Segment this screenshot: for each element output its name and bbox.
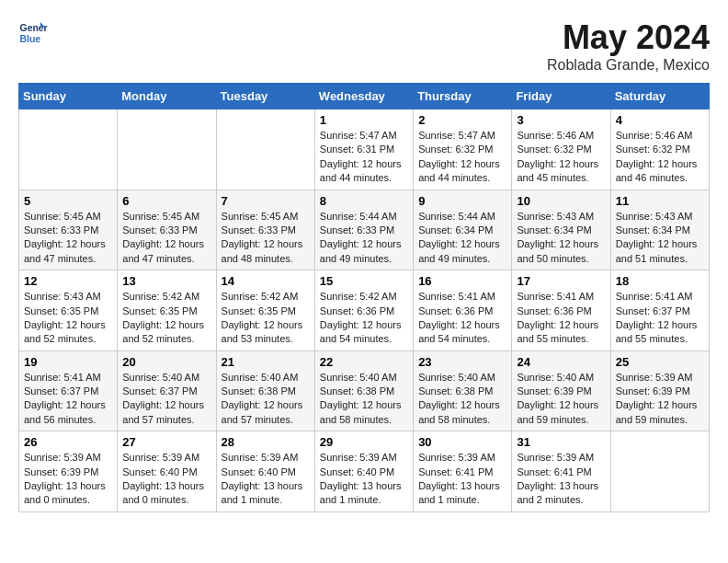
logo: General Blue <box>18 18 48 48</box>
day-of-week-header: Saturday <box>610 84 709 109</box>
day-info: Sunrise: 5:39 AM Sunset: 6:39 PM Dayligh… <box>24 451 112 508</box>
calendar-week-row: 12Sunrise: 5:43 AM Sunset: 6:35 PM Dayli… <box>19 270 710 351</box>
logo-icon: General Blue <box>18 18 48 48</box>
day-number: 10 <box>517 194 605 208</box>
day-number: 13 <box>122 274 210 288</box>
calendar-cell: 24Sunrise: 5:40 AM Sunset: 6:39 PM Dayli… <box>512 350 610 431</box>
calendar-week-row: 19Sunrise: 5:41 AM Sunset: 6:37 PM Dayli… <box>19 350 710 431</box>
calendar-cell: 17Sunrise: 5:41 AM Sunset: 6:36 PM Dayli… <box>512 270 610 351</box>
day-info: Sunrise: 5:39 AM Sunset: 6:40 PM Dayligh… <box>122 451 210 508</box>
calendar-week-row: 26Sunrise: 5:39 AM Sunset: 6:39 PM Dayli… <box>19 431 710 512</box>
day-number: 26 <box>24 435 112 449</box>
day-info: Sunrise: 5:39 AM Sunset: 6:39 PM Dayligh… <box>616 371 704 428</box>
day-info: Sunrise: 5:43 AM Sunset: 6:34 PM Dayligh… <box>616 210 704 267</box>
day-info: Sunrise: 5:43 AM Sunset: 6:35 PM Dayligh… <box>24 290 112 347</box>
day-info: Sunrise: 5:40 AM Sunset: 6:38 PM Dayligh… <box>222 371 310 428</box>
day-info: Sunrise: 5:44 AM Sunset: 6:34 PM Dayligh… <box>418 210 506 267</box>
day-info: Sunrise: 5:45 AM Sunset: 6:33 PM Dayligh… <box>24 210 112 267</box>
day-number: 15 <box>320 274 408 288</box>
day-of-week-header: Friday <box>512 84 610 109</box>
calendar-cell: 5Sunrise: 5:45 AM Sunset: 6:33 PM Daylig… <box>19 190 118 270</box>
calendar-cell: 16Sunrise: 5:41 AM Sunset: 6:36 PM Dayli… <box>414 270 512 351</box>
page-header: General Blue May 2024 Roblada Grande, Me… <box>18 18 710 74</box>
title-area: May 2024 Roblada Grande, Mexico <box>547 18 710 74</box>
day-number: 7 <box>222 194 310 208</box>
day-number: 20 <box>122 355 210 369</box>
day-info: Sunrise: 5:44 AM Sunset: 6:33 PM Dayligh… <box>320 210 408 267</box>
day-number: 27 <box>122 435 210 449</box>
calendar-cell <box>610 431 709 512</box>
calendar-cell: 4Sunrise: 5:46 AM Sunset: 6:32 PM Daylig… <box>610 109 709 190</box>
day-number: 31 <box>517 435 605 449</box>
day-number: 23 <box>418 355 506 369</box>
calendar-cell: 11Sunrise: 5:43 AM Sunset: 6:34 PM Dayli… <box>610 190 709 270</box>
day-number: 18 <box>616 274 704 288</box>
calendar-cell: 1Sunrise: 5:47 AM Sunset: 6:31 PM Daylig… <box>314 109 413 190</box>
day-number: 3 <box>517 113 605 127</box>
day-info: Sunrise: 5:42 AM Sunset: 6:35 PM Dayligh… <box>122 290 210 347</box>
location: Roblada Grande, Mexico <box>547 57 710 74</box>
calendar-table: SundayMondayTuesdayWednesdayThursdayFrid… <box>18 83 710 512</box>
day-number: 19 <box>24 355 112 369</box>
day-info: Sunrise: 5:43 AM Sunset: 6:34 PM Dayligh… <box>517 210 605 267</box>
calendar-cell: 12Sunrise: 5:43 AM Sunset: 6:35 PM Dayli… <box>19 270 118 351</box>
calendar-cell: 15Sunrise: 5:42 AM Sunset: 6:36 PM Dayli… <box>314 270 413 351</box>
day-number: 4 <box>616 113 704 127</box>
day-number: 9 <box>418 194 506 208</box>
calendar-cell: 30Sunrise: 5:39 AM Sunset: 6:41 PM Dayli… <box>414 431 512 512</box>
day-number: 14 <box>222 274 310 288</box>
day-number: 6 <box>122 194 210 208</box>
day-number: 25 <box>616 355 704 369</box>
calendar-cell: 27Sunrise: 5:39 AM Sunset: 6:40 PM Dayli… <box>118 431 216 512</box>
calendar-cell: 13Sunrise: 5:42 AM Sunset: 6:35 PM Dayli… <box>118 270 216 351</box>
day-info: Sunrise: 5:46 AM Sunset: 6:32 PM Dayligh… <box>616 129 704 186</box>
day-number: 16 <box>418 274 506 288</box>
day-info: Sunrise: 5:39 AM Sunset: 6:40 PM Dayligh… <box>222 451 310 508</box>
calendar-cell: 21Sunrise: 5:40 AM Sunset: 6:38 PM Dayli… <box>216 350 314 431</box>
calendar-cell: 31Sunrise: 5:39 AM Sunset: 6:41 PM Dayli… <box>512 431 610 512</box>
day-number: 28 <box>222 435 310 449</box>
day-info: Sunrise: 5:42 AM Sunset: 6:36 PM Dayligh… <box>320 290 408 347</box>
calendar-cell: 22Sunrise: 5:40 AM Sunset: 6:38 PM Dayli… <box>314 350 413 431</box>
day-info: Sunrise: 5:42 AM Sunset: 6:35 PM Dayligh… <box>222 290 310 347</box>
calendar-cell: 26Sunrise: 5:39 AM Sunset: 6:39 PM Dayli… <box>19 431 118 512</box>
calendar-cell: 9Sunrise: 5:44 AM Sunset: 6:34 PM Daylig… <box>414 190 512 270</box>
day-number: 1 <box>320 113 408 127</box>
calendar-cell: 8Sunrise: 5:44 AM Sunset: 6:33 PM Daylig… <box>314 190 413 270</box>
calendar-cell: 25Sunrise: 5:39 AM Sunset: 6:39 PM Dayli… <box>610 350 709 431</box>
calendar-cell: 29Sunrise: 5:39 AM Sunset: 6:40 PM Dayli… <box>314 431 413 512</box>
day-info: Sunrise: 5:41 AM Sunset: 6:37 PM Dayligh… <box>24 371 112 428</box>
day-info: Sunrise: 5:39 AM Sunset: 6:40 PM Dayligh… <box>320 451 408 508</box>
svg-text:General: General <box>20 23 48 33</box>
calendar-cell: 3Sunrise: 5:46 AM Sunset: 6:32 PM Daylig… <box>512 109 610 190</box>
calendar-cell: 19Sunrise: 5:41 AM Sunset: 6:37 PM Dayli… <box>19 350 118 431</box>
day-number: 22 <box>320 355 408 369</box>
calendar-cell: 28Sunrise: 5:39 AM Sunset: 6:40 PM Dayli… <box>216 431 314 512</box>
month-title: May 2024 <box>547 18 710 57</box>
day-info: Sunrise: 5:41 AM Sunset: 6:37 PM Dayligh… <box>616 290 704 347</box>
calendar-cell: 18Sunrise: 5:41 AM Sunset: 6:37 PM Dayli… <box>610 270 709 351</box>
day-info: Sunrise: 5:45 AM Sunset: 6:33 PM Dayligh… <box>122 210 210 267</box>
calendar-cell: 20Sunrise: 5:40 AM Sunset: 6:37 PM Dayli… <box>118 350 216 431</box>
calendar-cell: 7Sunrise: 5:45 AM Sunset: 6:33 PM Daylig… <box>216 190 314 270</box>
day-info: Sunrise: 5:45 AM Sunset: 6:33 PM Dayligh… <box>222 210 310 267</box>
day-number: 30 <box>418 435 506 449</box>
day-info: Sunrise: 5:40 AM Sunset: 6:39 PM Dayligh… <box>517 371 605 428</box>
calendar-cell <box>19 109 118 190</box>
calendar-cell <box>216 109 314 190</box>
calendar-cell: 23Sunrise: 5:40 AM Sunset: 6:38 PM Dayli… <box>414 350 512 431</box>
calendar-week-row: 5Sunrise: 5:45 AM Sunset: 6:33 PM Daylig… <box>19 190 710 270</box>
day-info: Sunrise: 5:41 AM Sunset: 6:36 PM Dayligh… <box>418 290 506 347</box>
day-number: 17 <box>517 274 605 288</box>
day-info: Sunrise: 5:40 AM Sunset: 6:38 PM Dayligh… <box>320 371 408 428</box>
day-number: 12 <box>24 274 112 288</box>
calendar-cell <box>118 109 216 190</box>
day-of-week-header: Thursday <box>414 84 512 109</box>
calendar-cell: 14Sunrise: 5:42 AM Sunset: 6:35 PM Dayli… <box>216 270 314 351</box>
calendar-cell: 6Sunrise: 5:45 AM Sunset: 6:33 PM Daylig… <box>118 190 216 270</box>
day-of-week-header: Wednesday <box>314 84 413 109</box>
day-of-week-header: Sunday <box>19 84 118 109</box>
day-number: 24 <box>517 355 605 369</box>
day-info: Sunrise: 5:40 AM Sunset: 6:38 PM Dayligh… <box>418 371 506 428</box>
day-info: Sunrise: 5:39 AM Sunset: 6:41 PM Dayligh… <box>418 451 506 508</box>
